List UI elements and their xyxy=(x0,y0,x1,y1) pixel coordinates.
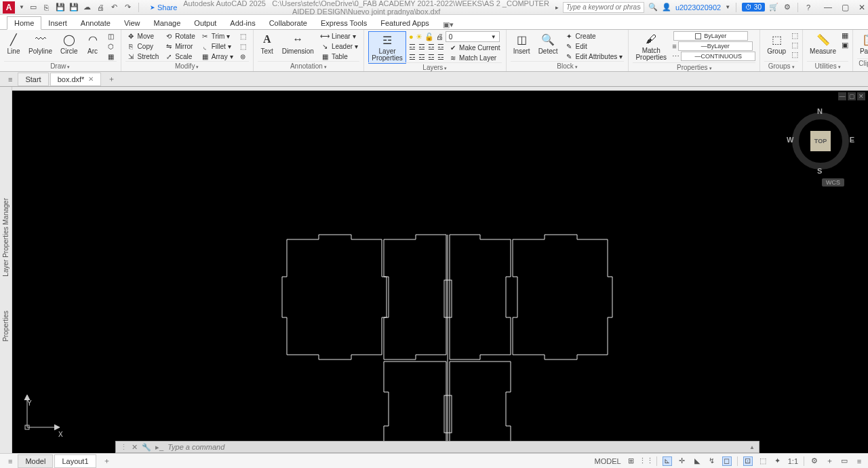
save-icon[interactable]: 💾 xyxy=(56,3,65,12)
panel-title-draw[interactable]: Draw xyxy=(4,61,117,70)
filetab-close-icon[interactable]: ✕ xyxy=(88,75,94,83)
plot-icon[interactable]: 🖨 xyxy=(436,33,443,41)
tr-icon[interactable]: ⬚ xyxy=(758,456,768,466)
grp-extra2[interactable]: ⬚ xyxy=(791,41,798,50)
panel-title-groups[interactable]: Groups xyxy=(764,61,798,70)
saveas-icon[interactable]: 💾 xyxy=(69,3,79,12)
tab-annotate[interactable]: Annotate xyxy=(74,17,117,29)
command-input[interactable] xyxy=(167,443,745,451)
stretch-button[interactable]: ⇲Stretch xyxy=(125,52,161,61)
rotate-button[interactable]: ⟲Rotate xyxy=(163,31,196,41)
user-label[interactable]: u2023020902 xyxy=(675,3,721,12)
tab-expresstools[interactable]: Express Tools xyxy=(314,17,374,29)
color-dropdown[interactable]: ByLayer xyxy=(673,31,748,41)
apps-icon[interactable]: ⚙ xyxy=(783,3,792,12)
bulb-yellow-icon[interactable]: ● xyxy=(409,33,414,41)
gear-icon[interactable]: ⚙ xyxy=(810,456,819,466)
title-chevron-icon[interactable]: ▸ xyxy=(555,4,559,11)
side-props-label[interactable]: Properties xyxy=(2,304,9,349)
panel-title-utilities[interactable]: Utilities xyxy=(807,61,848,70)
tab-featuredapps[interactable]: Featured Apps xyxy=(374,17,436,29)
scale-label[interactable]: 1:1 xyxy=(788,457,798,465)
layer-b4[interactable]: ☲ xyxy=(437,53,444,62)
share-button[interactable]: Share xyxy=(150,3,177,12)
filetabs-menu-icon[interactable]: ≡ xyxy=(4,75,16,83)
modify-extra3[interactable]: ⊜ xyxy=(237,52,249,61)
ortho-icon[interactable]: ⊾ xyxy=(663,456,672,466)
layout-tab-model[interactable]: Model xyxy=(18,454,53,468)
tab-overflow-icon[interactable]: ▣▾ xyxy=(443,20,454,29)
circle-button[interactable]: ◯Circle xyxy=(58,31,81,56)
group-button[interactable]: ⬚Group xyxy=(764,31,789,56)
tab-manage[interactable]: Manage xyxy=(147,17,188,29)
qk-icon[interactable]: ✦ xyxy=(773,456,783,466)
plus-icon[interactable]: ＋ xyxy=(825,456,834,466)
lwt-icon[interactable]: ⊡ xyxy=(743,456,753,466)
filetab-box[interactable]: box.dxf*✕ xyxy=(50,73,102,86)
search-go-icon[interactable]: 🔍 xyxy=(648,3,658,12)
layout-add-button[interactable]: ＋ xyxy=(98,454,116,468)
linetype-icon[interactable]: ⋯ xyxy=(672,52,679,61)
panel-title-layers[interactable]: Layers xyxy=(368,62,502,71)
app-logo[interactable]: A xyxy=(3,1,15,14)
layer-dropdown[interactable]: 0▼ xyxy=(446,31,500,42)
tab-insert[interactable]: Insert xyxy=(41,17,74,29)
layer-properties-button[interactable]: ☲Layer Properties xyxy=(368,31,406,64)
layer-b2[interactable]: ☲ xyxy=(418,53,425,62)
layer-t3[interactable]: ☲ xyxy=(428,43,435,52)
mirror-button[interactable]: ⇋Mirror xyxy=(163,41,196,51)
snap-icon[interactable]: ⋮⋮ xyxy=(642,456,651,466)
match-properties-button[interactable]: 🖌Match Properties xyxy=(633,31,669,62)
util-extra2[interactable]: ▣ xyxy=(842,41,848,50)
hb-icon[interactable]: ≡ xyxy=(854,456,864,466)
move-button[interactable]: ✥Move xyxy=(125,31,161,41)
lineweight-icon[interactable]: ≡ xyxy=(672,42,676,50)
modify-extra2[interactable]: ⬚ xyxy=(237,41,249,51)
array-button[interactable]: ▦Array ▾ xyxy=(199,52,235,61)
modify-extra1[interactable]: ⬚ xyxy=(237,31,249,41)
layout-tab-layout1[interactable]: Layout1 xyxy=(54,454,96,468)
linear-button[interactable]: ⟷Linear ▾ xyxy=(319,31,359,41)
cart-icon[interactable]: 🛒 xyxy=(769,3,778,12)
edit-attr-button[interactable]: ✎Edit Attributes ▾ xyxy=(564,52,625,61)
cmd-expand-icon[interactable]: ▲ xyxy=(749,444,755,450)
fillet-button[interactable]: ◟Fillet ▾ xyxy=(199,41,235,51)
cmd-close-icon[interactable]: ✕ xyxy=(132,443,138,452)
drawing-canvas[interactable]: — ▢ ✕ TOP N S E W WCS xyxy=(12,87,868,453)
table-button[interactable]: ▦Table xyxy=(319,52,359,61)
print-icon[interactable]: 🖨 xyxy=(96,3,106,12)
panel-title-block[interactable]: Block xyxy=(511,61,625,70)
layer-b1[interactable]: ☲ xyxy=(409,53,416,62)
side-lpm-label[interactable]: Layer Properties Manager xyxy=(2,191,9,284)
insert-button[interactable]: ◫Insert xyxy=(511,31,533,56)
app-menu-dd[interactable]: ▼ xyxy=(19,4,24,10)
osnap-icon[interactable]: ↯ xyxy=(707,456,717,466)
dimension-button[interactable]: ↔Dimension xyxy=(279,31,317,56)
match-layer-button[interactable]: ≋Match Layer xyxy=(447,53,498,62)
panel-title-annotation[interactable]: Annotation xyxy=(258,61,359,70)
tab-collaborate[interactable]: Collaborate xyxy=(262,17,314,29)
credits-badge[interactable]: ⏱ 30 xyxy=(742,3,765,12)
panel-title-clipboard[interactable]: Clipboard xyxy=(857,58,868,75)
layer-b3[interactable]: ☲ xyxy=(428,53,435,62)
measure-button[interactable]: 📏Measure xyxy=(807,31,839,56)
layer-t1[interactable]: ☲ xyxy=(409,43,416,52)
tab-addins[interactable]: Add-ins xyxy=(223,17,262,29)
draw-extra1[interactable]: ◫ xyxy=(105,31,117,41)
new-icon[interactable]: ▭ xyxy=(28,3,38,12)
polyline-button[interactable]: 〰Polyline xyxy=(26,31,55,56)
cmd-wrench-icon[interactable]: 🔧 xyxy=(142,443,151,452)
iso-icon[interactable]: ◣ xyxy=(692,456,702,466)
util-extra1[interactable]: ▦ xyxy=(842,31,848,40)
arc-button[interactable]: ◠Arc xyxy=(83,31,102,56)
make-current-button[interactable]: ✔Make Current xyxy=(447,43,502,52)
draw-extra3[interactable]: ▦ xyxy=(105,52,117,61)
status-menu-icon[interactable]: ≡ xyxy=(4,457,16,465)
tab-output[interactable]: Output xyxy=(187,17,223,29)
scale-button[interactable]: ⤢Scale xyxy=(163,52,196,61)
detect-button[interactable]: 🔍Detect xyxy=(536,31,561,56)
tab-home[interactable]: Home xyxy=(7,16,41,30)
create-block-button[interactable]: ✦Create xyxy=(564,31,625,41)
status-mode-label[interactable]: MODEL xyxy=(595,457,621,465)
panel-title-modify[interactable]: Modify xyxy=(125,61,249,70)
